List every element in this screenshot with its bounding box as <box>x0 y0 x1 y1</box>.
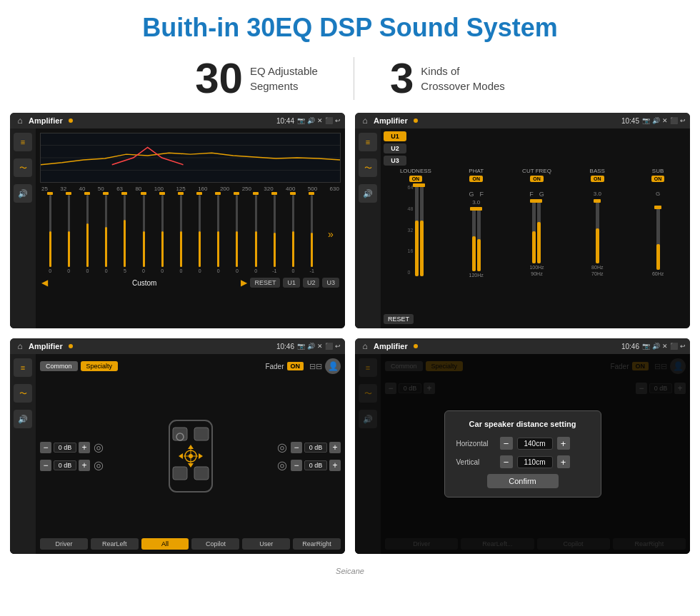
eq-arrow-right[interactable]: » <box>322 195 339 273</box>
cx-reset-btn[interactable]: RESET <box>384 314 414 324</box>
eq-slider-9[interactable]: 0 <box>210 195 227 273</box>
loc-all[interactable]: All <box>141 538 189 550</box>
svg-marker-17 <box>199 453 203 459</box>
eq-u2-btn[interactable]: U2 <box>303 278 320 288</box>
eq-slider-10[interactable]: 0 <box>229 195 246 273</box>
cx-cutfreq-on[interactable]: ON <box>530 176 544 182</box>
page-title: Buith-in 30EQ DSP Sound System <box>0 0 700 50</box>
cx-phat-on[interactable]: ON <box>469 176 483 182</box>
eq-slider-11[interactable]: 0 <box>247 195 264 273</box>
eq-slider-5[interactable]: 0 <box>135 195 152 273</box>
dialog-title: Car speaker distance setting <box>456 420 589 428</box>
cx-phat-val: 3.0 <box>472 199 480 206</box>
cx-cutfreq-hz: 100Hz <box>529 265 544 270</box>
db-val-fr: 0 dB <box>304 443 327 453</box>
eq-slider-1[interactable]: 0 <box>60 195 77 273</box>
loc-copilot[interactable]: Copilot <box>191 538 239 550</box>
svg-rect-8 <box>194 467 209 480</box>
sidebar-btn-eq[interactable]: ≡ <box>14 133 32 151</box>
home-icon-1[interactable]: ⌂ <box>14 115 26 126</box>
eq-u1-btn[interactable]: U1 <box>283 278 300 288</box>
eq-sliders: 0 0 0 0 5 <box>40 195 341 273</box>
eq-slider-12[interactable]: -1 <box>266 195 283 273</box>
dialog-horizontal-minus[interactable]: − <box>500 437 513 450</box>
cx-btrack-1[interactable] <box>596 199 599 263</box>
watermark-text: Seicane <box>336 567 364 575</box>
loc-driver[interactable]: Driver <box>40 538 88 550</box>
svg-marker-16 <box>179 453 183 459</box>
sidebar-btn-f-wave[interactable]: 〜 <box>14 384 32 403</box>
db-minus-rl[interactable]: − <box>40 460 51 471</box>
eq-next-btn[interactable]: ▶ <box>241 278 247 288</box>
sidebar-btn-cx-eq[interactable]: ≡ <box>359 133 377 151</box>
db-plus-fl[interactable]: + <box>79 442 90 453</box>
cx-ctrack-2[interactable] <box>537 199 541 263</box>
cx-bass-hz: 80Hz <box>591 265 603 270</box>
eq-slider-0[interactable]: 0 <box>41 195 59 273</box>
cx-bass-label: BASS <box>590 168 605 174</box>
cx-ptrack-1[interactable] <box>472 207 476 271</box>
home-icon-4[interactable]: ⌂ <box>359 340 371 352</box>
cx-ptrack-2[interactable] <box>477 207 481 271</box>
loc-rearleft[interactable]: RearLeft <box>91 538 139 550</box>
cx-bass-on[interactable]: ON <box>591 176 604 182</box>
stat-eq-label: EQ AdjustableSegments <box>250 64 318 94</box>
loc-rearright[interactable]: RearRight <box>293 538 341 550</box>
db-minus-rr[interactable]: − <box>291 460 302 471</box>
eq-slider-4[interactable]: 5 <box>116 195 134 273</box>
cx-u1-btn[interactable]: U1 <box>384 131 406 141</box>
cx-phat: PHAT ON GF 3.0 120Hz <box>447 168 506 310</box>
cx-ltrack-1[interactable] <box>415 183 419 276</box>
db-val-rr: 0 dB <box>304 460 327 470</box>
screen-eq: ⌂ Amplifier 10:44 📷🔊✕⬛↩ ≡ 〜 🔊 <box>10 113 345 328</box>
cx-ltrack-2[interactable] <box>420 183 424 276</box>
db-minus-fl[interactable]: − <box>40 442 51 453</box>
home-icon-3[interactable]: ⌂ <box>14 340 26 352</box>
ear-rr-icon: ◎ <box>277 458 287 472</box>
cx-channels: LOUDNESS ON 644832160 PHAT ON <box>361 168 687 310</box>
eq-prev-btn[interactable]: ◀ <box>41 278 48 288</box>
cx-bass-tracks <box>596 198 599 263</box>
eq-slider-6[interactable]: 0 <box>154 195 171 273</box>
eq-reset-btn[interactable]: RESET <box>250 278 280 288</box>
svg-rect-5 <box>173 428 187 440</box>
eq-slider-8[interactable]: 0 <box>191 195 209 273</box>
cx-loudness-on[interactable]: ON <box>409 176 423 182</box>
eq-slider-13[interactable]: 0 <box>284 195 301 273</box>
cx-bass-val: 3.0 <box>594 191 601 197</box>
dialog-vertical-minus[interactable]: − <box>500 455 513 468</box>
sidebar-btn-vol[interactable]: 🔊 <box>14 184 32 203</box>
eq-slider-14[interactable]: -1 <box>304 195 321 273</box>
cx-ctrack-1[interactable] <box>532 199 536 263</box>
app-title-4: Amplifier <box>374 342 408 350</box>
db-plus-fr[interactable]: + <box>329 442 341 453</box>
dialog-vertical-plus[interactable]: + <box>557 455 570 468</box>
stat-eq: 30 EQ AdjustableSegments <box>159 57 354 100</box>
home-icon-2[interactable]: ⌂ <box>359 115 371 126</box>
eq-slider-2[interactable]: 0 <box>79 195 96 273</box>
time-4: 10:46 <box>621 343 639 350</box>
cx-sub-on[interactable]: ON <box>651 176 665 182</box>
tab-specialty[interactable]: Specialty <box>81 361 119 371</box>
cx-u2-btn[interactable]: U2 <box>384 143 406 153</box>
cx-cutfreq: CUT FREQ ON FG 100Hz 90Hz <box>508 168 566 310</box>
tab-common[interactable]: Common <box>40 361 78 371</box>
db-plus-rr[interactable]: + <box>329 460 341 471</box>
eq-slider-3[interactable]: 0 <box>98 195 115 273</box>
db-minus-fr[interactable]: − <box>291 442 302 453</box>
eq-slider-7[interactable]: 0 <box>172 195 189 273</box>
eq-u3-btn[interactable]: U3 <box>322 278 339 288</box>
dialog-horizontal-plus[interactable]: + <box>557 437 570 450</box>
sidebar-btn-f-eq[interactable]: ≡ <box>14 358 32 377</box>
fader-on-badge[interactable]: ON <box>287 362 304 370</box>
cx-strack-1[interactable] <box>656 206 660 270</box>
db-plus-rl[interactable]: + <box>79 460 90 471</box>
screen-content-2: ≡ 〜 🔊 U1 U2 U3 LOUDNESS ON <box>355 128 690 328</box>
dialog-vertical-label: Vertical <box>456 458 496 466</box>
dialog-confirm-btn[interactable]: Confirm <box>487 474 559 488</box>
cx-loudness-label: LOUDNESS <box>400 168 431 174</box>
sidebar-btn-f-vol[interactable]: 🔊 <box>14 410 32 428</box>
cx-u3-btn[interactable]: U3 <box>384 156 406 166</box>
sidebar-btn-wave[interactable]: 〜 <box>14 158 32 177</box>
loc-user[interactable]: User <box>242 538 290 550</box>
